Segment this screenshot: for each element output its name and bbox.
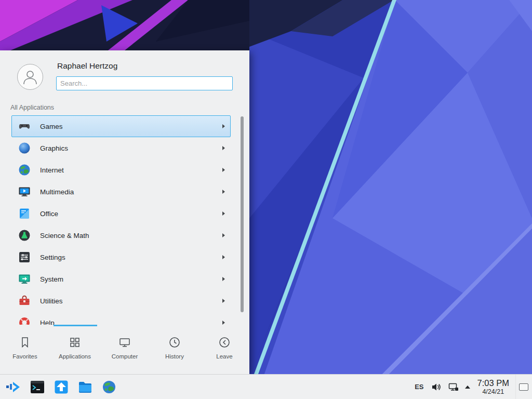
monitor-play-icon — [17, 184, 32, 199]
submenu-arrow-icon — [222, 190, 225, 194]
terminal-icon — [30, 379, 45, 395]
launcher-icon — [5, 379, 21, 395]
bookmark-icon — [18, 335, 32, 350]
tab-label: Computer — [112, 353, 138, 360]
tab-label: Leave — [216, 353, 232, 360]
user-name: Raphael Hertzog — [57, 61, 117, 71]
category-games[interactable]: Games — [11, 115, 231, 137]
category-label: Internet — [40, 166, 64, 174]
launcher-tab-bar: Favorites Applications Co — [0, 326, 249, 374]
category-label: Multimedia — [40, 188, 74, 196]
sliders-icon — [17, 250, 32, 264]
category-label: Help — [40, 319, 55, 325]
task-browser[interactable] — [100, 378, 118, 396]
submenu-arrow-icon — [222, 255, 225, 259]
submenu-arrow-icon — [222, 233, 225, 237]
search-input[interactable] — [57, 77, 232, 90]
user-avatar[interactable] — [17, 64, 43, 90]
graphics-sphere-icon — [17, 141, 32, 155]
tab-leave[interactable]: Leave — [200, 326, 249, 374]
browser-icon — [101, 379, 117, 395]
submenu-arrow-icon — [222, 321, 225, 325]
clock-time: 7:03 PM — [477, 378, 509, 388]
keyboard-layout-indicator[interactable]: ES — [415, 383, 423, 391]
submenu-arrow-icon — [222, 277, 225, 281]
category-graphics[interactable]: Graphics — [11, 137, 231, 159]
category-label: Games — [40, 123, 63, 130]
submenu-arrow-icon — [222, 168, 225, 172]
task-file-manager[interactable] — [76, 378, 94, 396]
volume-icon[interactable] — [431, 381, 442, 393]
show-desktop-button[interactable] — [515, 375, 531, 399]
computer-icon — [117, 335, 132, 350]
software-icon — [54, 379, 69, 395]
clock-icon — [167, 335, 182, 350]
category-science-math[interactable]: Science & Math — [11, 224, 231, 246]
category-list-scrollbar[interactable] — [241, 116, 244, 312]
category-label: System — [40, 275, 63, 283]
application-launcher-panel: Raphael Hertzog All Applications Games — [0, 50, 249, 374]
submenu-arrow-icon — [222, 146, 225, 150]
tab-label: History — [165, 353, 184, 360]
launcher-header: Raphael Hertzog — [0, 50, 249, 96]
task-terminal[interactable] — [29, 378, 46, 396]
file-manager-icon — [77, 379, 93, 395]
category-system[interactable]: System — [11, 268, 231, 290]
submenu-arrow-icon — [222, 124, 225, 128]
digital-clock[interactable]: 7:03 PM 4/24/21 — [477, 378, 509, 395]
category-label: Office — [40, 210, 58, 218]
category-label: Utilities — [40, 297, 63, 305]
tab-applications[interactable]: Applications — [50, 326, 100, 374]
section-label: All Applications — [10, 104, 54, 111]
category-list: Games Graphics — [0, 115, 249, 325]
submenu-arrow-icon — [222, 299, 225, 303]
tab-history[interactable]: History — [150, 326, 200, 374]
category-label: Graphics — [40, 144, 68, 152]
document-icon — [17, 206, 32, 221]
clock-date: 4/24/21 — [482, 388, 504, 395]
tab-computer[interactable]: Computer — [100, 326, 150, 374]
flask-icon — [17, 228, 32, 243]
category-label: Science & Math — [40, 232, 89, 240]
category-utilities[interactable]: Utilities — [11, 290, 231, 312]
category-help[interactable]: Help — [11, 312, 231, 325]
tab-favorites[interactable]: Favorites — [0, 326, 50, 374]
user-icon — [21, 68, 39, 86]
search-box — [56, 76, 233, 90]
leave-icon — [217, 335, 232, 350]
system-monitor-icon — [17, 272, 32, 286]
submenu-arrow-icon — [222, 211, 225, 216]
category-label: Settings — [40, 254, 65, 261]
category-settings[interactable]: Settings — [11, 246, 231, 268]
gamepad-icon — [17, 119, 32, 134]
tab-label: Favorites — [12, 353, 37, 360]
globe-icon — [17, 163, 32, 177]
taskbar: ES 7:03 PM 4/24/21 — [0, 374, 532, 399]
tab-label: Applications — [59, 353, 91, 360]
grid-icon — [68, 335, 82, 350]
system-tray: ES 7:03 PM 4/24/21 — [415, 375, 532, 399]
task-software[interactable] — [52, 378, 70, 396]
category-multimedia[interactable]: Multimedia — [11, 181, 231, 203]
application-launcher-button[interactable] — [4, 378, 22, 396]
lifebuoy-icon — [17, 315, 32, 325]
network-icon[interactable] — [448, 381, 459, 393]
show-desktop-icon — [519, 383, 528, 391]
expand-tray-icon[interactable] — [465, 385, 470, 389]
toolbox-icon — [17, 294, 32, 308]
category-internet[interactable]: Internet — [11, 159, 231, 181]
category-office[interactable]: Office — [11, 203, 231, 224]
